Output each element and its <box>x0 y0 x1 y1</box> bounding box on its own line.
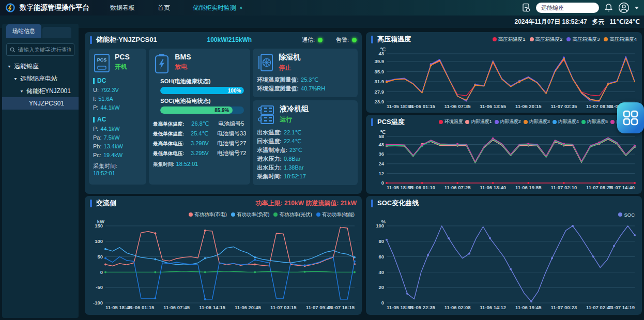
legend-item[interactable]: 内部温度4 <box>553 119 579 125</box>
hv-box-temp-panel: 高压箱温度 高压箱温度1高压箱温度2高压箱温度3高压箱温度4 23.927.93… <box>366 32 642 113</box>
legend-item[interactable]: 内部温度3 <box>524 119 550 125</box>
header-accent-bar <box>90 36 92 44</box>
tree-toggle-icon[interactable]: ▼ <box>20 89 24 93</box>
sidebar-tab-station-info[interactable]: 场站信息 <box>6 24 41 38</box>
pcs-name: PCS <box>115 53 130 61</box>
legend-dot-icon <box>553 120 557 124</box>
hv-temp-chart: 23.927.931.935.939.943℃11-05 18:5511-06 … <box>368 47 639 110</box>
legend-dot-icon <box>495 120 499 124</box>
metric-row: 回水温度: 22.4℃ <box>257 137 354 146</box>
pcs-temp-chart: 01224364858℃11-05 18:5511-06 01:1011-06 … <box>368 129 639 191</box>
legend-item[interactable]: 有功功率(光伏) <box>273 211 312 218</box>
metric-row: 出水压力: 1.38Bar <box>257 163 354 172</box>
main-content: 储能柜-YNJZPCS01 100kW/215kWh 通信: 告警: PCS <box>82 29 642 318</box>
metric-row: 水温制冷点: 23℃ <box>257 146 354 155</box>
quick-menu-float-button[interactable] <box>617 102 644 133</box>
nav-item-dashboard[interactable]: 数据看板 <box>110 4 135 12</box>
dc-metrics: U: 792.3V I: 51.6A P: 44.1kW <box>93 86 142 112</box>
legend-item[interactable]: 环境温度 <box>439 119 463 125</box>
legend-item[interactable]: 内部温度2 <box>495 119 521 125</box>
svg-text:48: 48 <box>378 142 384 147</box>
legend-dot-icon <box>524 120 528 124</box>
bms-metric-row: 最高单体电压: 3.298V 电池编号27 <box>153 139 246 148</box>
tab-storage-monitor[interactable]: 储能柜实时监测 × <box>193 4 242 12</box>
station-search-input[interactable] <box>536 3 599 13</box>
legend-dot-icon <box>618 212 622 217</box>
sidebar-search <box>6 43 74 56</box>
report-icon[interactable] <box>522 3 531 12</box>
status-strip: 2024年11月07日 18:52:47 多云 11℃/24℃ <box>0 16 644 28</box>
svg-text:11-06 14:15: 11-06 14:15 <box>199 304 225 310</box>
legend-dot-icon <box>189 212 193 217</box>
app-title: 数字能源管理操作平台 <box>20 3 89 12</box>
svg-text:11-06 19:55: 11-06 19:55 <box>515 185 542 190</box>
metric-row: I: 51.6A <box>93 95 142 103</box>
legend-item[interactable]: 有功功率(负荷) <box>231 211 269 218</box>
metric-row: P: 44.1kW <box>93 125 142 133</box>
svg-text:40: 40 <box>378 269 384 275</box>
svg-text:11-07 03:15: 11-07 03:15 <box>270 304 297 310</box>
legend-item[interactable]: SOC <box>618 212 635 218</box>
user-avatar-icon[interactable] <box>618 2 630 13</box>
tree-node-cabinet[interactable]: ▼ 储能柜YNJZ001 <box>2 85 79 97</box>
metric-row: Pa: 7.5kW <box>93 133 142 142</box>
tree-node-plant[interactable]: ▼ 远能锦座电站 <box>2 72 79 85</box>
soh-bar: 100% <box>160 87 244 94</box>
legend-dot-icon <box>566 37 571 41</box>
metric-row: P: 44.1kW <box>93 103 142 112</box>
legend-item[interactable]: 高压箱温度4 <box>604 36 637 43</box>
datetime-text: 2024年11月07日 18:52:47 <box>514 18 587 26</box>
nav-item-home[interactable]: 首页 <box>158 4 170 12</box>
svg-text:11-06 20:15: 11-06 20:15 <box>515 103 542 109</box>
tree-toggle-icon[interactable]: ▼ <box>13 77 18 81</box>
header-accent-bar <box>371 118 373 126</box>
dehumidifier-icon <box>257 53 274 72</box>
svg-text:-100: -100 <box>93 300 103 306</box>
tree-node-station-group[interactable]: ▼ 远能锦座 <box>2 60 79 72</box>
legend-item[interactable]: 内部温度5 <box>581 119 608 125</box>
legend-dot-icon <box>316 212 320 217</box>
alarm-status-dot <box>352 38 357 42</box>
svg-text:50: 50 <box>97 254 103 260</box>
svg-text:11-06 13:55: 11-06 13:55 <box>480 103 506 109</box>
svg-text:11-06 13:40: 11-06 13:40 <box>480 185 506 190</box>
header-accent-bar <box>371 36 373 43</box>
legend-item[interactable]: 有功功率(储能) <box>316 211 355 218</box>
ac-power-chart: -100-50050100150kW11-05 18:4511-06 01:15… <box>87 219 359 311</box>
tree-filter-input[interactable] <box>18 47 71 53</box>
legend-item[interactable]: 高压箱温度1 <box>493 36 526 43</box>
sidebar-tab-placeholder <box>42 27 71 38</box>
header-accent-bar <box>371 200 373 207</box>
bms-collect-time: 采集时间: 18:52:01 <box>153 161 246 168</box>
tree-node-label: 远能锦座 <box>14 62 39 71</box>
dropdown-caret-icon[interactable] <box>635 7 639 9</box>
dehumidifier-status: 停止 <box>279 64 300 72</box>
svg-text:11-06 07:25: 11-06 07:25 <box>444 185 471 190</box>
svg-text:0: 0 <box>381 300 384 306</box>
metric-row: 采集时间: 18:52:17 <box>257 172 354 181</box>
grid-menu-icon <box>623 110 638 126</box>
search-icon <box>10 47 16 53</box>
svg-text:27.9: 27.9 <box>375 89 385 95</box>
legend-item[interactable]: 高压箱温度3 <box>566 36 600 43</box>
notification-bell-icon[interactable] <box>604 3 613 12</box>
tree-toggle-icon[interactable]: ▼ <box>7 64 11 68</box>
svg-text:11-07 14:40: 11-07 14:40 <box>608 185 635 190</box>
comm-status-dot <box>318 38 323 42</box>
legend-item[interactable]: 有功功率(市电) <box>189 211 227 218</box>
dehumidifier-metrics: 环境温度测量值: 25.3℃ 环境湿度测量值: 40.7%RH <box>257 75 354 93</box>
ac-side-panel: 交流侧 功率上限: 210kW 防逆流阈值: 21kW 有功功率(市电)有功功率… <box>85 196 362 315</box>
bms-metric-row: 最低单体电压: 3.295V 电池编号72 <box>153 148 246 158</box>
soc-bar: 85.9% <box>160 106 244 114</box>
svg-text:60: 60 <box>378 254 384 260</box>
ac-chart-legend: 有功功率(市电)有功功率(负荷)有功功率(光伏)有功功率(储能) <box>189 211 355 218</box>
soc-label: SOC(电池荷电状态) <box>160 97 246 105</box>
tab-close-icon[interactable]: × <box>239 5 242 11</box>
legend-item[interactable]: 内部温度1 <box>465 119 492 125</box>
legend-dot-icon <box>604 37 608 41</box>
soc-chart-title: SOC变化曲线 <box>377 199 419 208</box>
tree-node-pcs-selected[interactable]: YNJZPCS01 <box>2 97 79 110</box>
svg-text:11-05 22:35: 11-05 22:35 <box>409 304 435 310</box>
pcs-icon: PCS <box>93 53 111 73</box>
legend-item[interactable]: 高压箱温度2 <box>530 36 563 43</box>
